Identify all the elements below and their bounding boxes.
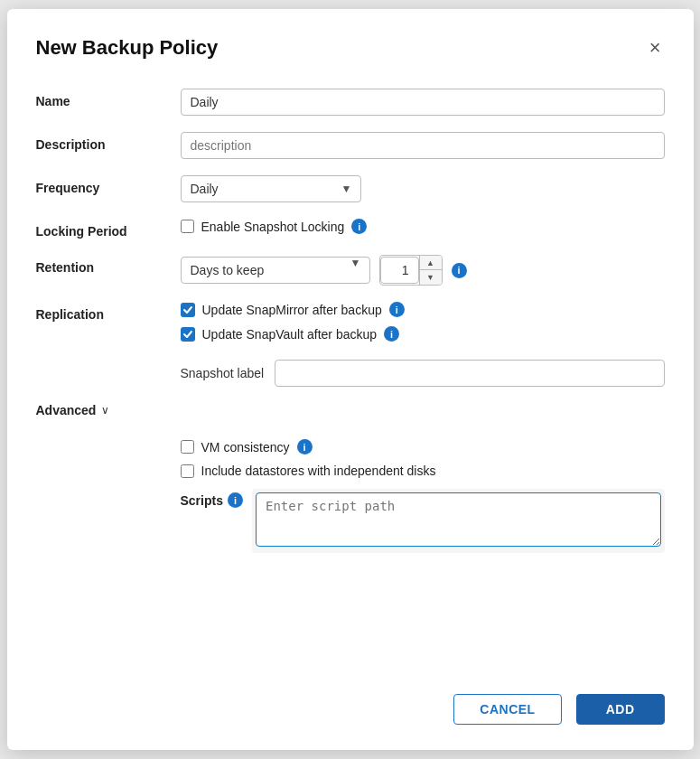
scripts-textarea-wrap [252, 489, 665, 553]
snapshot-label-text: Snapshot label [181, 366, 265, 380]
retention-info-icon[interactable]: i [452, 263, 467, 278]
retention-control: Days to keep Weeks to keep Months to kee… [181, 255, 665, 286]
advanced-content: VM consistency i Include datastores with… [181, 439, 665, 553]
name-control [181, 89, 665, 116]
replication-label: Replication [36, 302, 181, 322]
name-row: Name [36, 89, 665, 116]
include-datastores-label: Include datastores with independent disk… [201, 464, 436, 478]
dialog-footer: CANCEL ADD [7, 672, 694, 750]
retention-select-wrap: Days to keep Weeks to keep Months to kee… [181, 257, 370, 284]
checkmark-icon-2 [182, 329, 193, 340]
snapmirror-row: Update SnapMirror after backup i [181, 302, 665, 317]
locking-checkbox-label: Enable Snapshot Locking [201, 220, 345, 234]
retention-inner: Days to keep Weeks to keep Months to kee… [181, 255, 665, 286]
snapshot-label-input-wrap [275, 360, 664, 387]
frequency-control: Daily Weekly Monthly ▼ [181, 175, 665, 202]
scripts-text: Scripts [181, 493, 223, 508]
spinner-up-button[interactable]: ▲ [420, 256, 442, 270]
advanced-toggle[interactable]: Advanced ∨ [36, 403, 110, 417]
spinner-buttons: ▲ ▼ [419, 256, 442, 285]
snapvault-label: Update SnapVault after backup [202, 327, 378, 342]
dialog-title: New Backup Policy [36, 36, 219, 60]
name-input[interactable] [181, 89, 665, 116]
retention-row: Retention Days to keep Weeks to keep Mon… [36, 255, 665, 286]
frequency-select-wrap: Daily Weekly Monthly ▼ [181, 175, 361, 202]
retention-spinner: ▲ ▼ [379, 255, 443, 286]
name-label: Name [36, 89, 181, 108]
frequency-select[interactable]: Daily Weekly Monthly [181, 175, 361, 202]
snapvault-info-icon[interactable]: i [384, 326, 399, 342]
locking-control: Enable Snapshot Locking i [181, 219, 665, 238]
vm-consistency-checkbox[interactable] [181, 440, 194, 454]
spinner-down-button[interactable]: ▼ [420, 270, 442, 285]
scripts-label: Scripts i [181, 489, 243, 508]
cancel-button[interactable]: CANCEL [453, 694, 561, 725]
dialog-header: New Backup Policy × [7, 9, 694, 80]
vm-consistency-row: VM consistency i [181, 439, 665, 454]
replication-row: Replication Update SnapMirror after back… [36, 302, 665, 387]
advanced-label: Advanced [36, 403, 97, 417]
snapvault-row: Update SnapVault after backup i [181, 326, 665, 342]
description-label: Description [36, 132, 181, 152]
snapvault-checkbox-icon[interactable] [181, 327, 195, 342]
snapmirror-checkbox-icon[interactable] [181, 303, 195, 317]
description-input[interactable] [181, 132, 665, 159]
advanced-chevron-icon: ∨ [101, 404, 109, 417]
description-row: Description [36, 132, 665, 159]
scripts-info-icon[interactable]: i [228, 492, 243, 508]
frequency-label: Frequency [36, 175, 181, 195]
locking-label: Locking Period [36, 219, 181, 239]
retention-label: Retention [36, 255, 181, 275]
scripts-textarea[interactable] [256, 492, 661, 547]
dialog-body: Name Description Frequency Daily Weekly … [7, 80, 694, 672]
replication-section: Update SnapMirror after backup i Update … [181, 302, 665, 387]
description-control [181, 132, 665, 159]
frequency-row: Frequency Daily Weekly Monthly ▼ [36, 175, 665, 202]
scripts-row: Scripts i [181, 489, 665, 553]
snapmirror-info-icon[interactable]: i [389, 302, 405, 317]
advanced-row: Advanced ∨ [36, 403, 665, 430]
locking-info-icon[interactable]: i [351, 219, 367, 234]
include-datastores-row: Include datastores with independent disk… [181, 464, 665, 478]
snapshot-label-input[interactable] [275, 360, 664, 387]
snapmirror-label: Update SnapMirror after backup [202, 303, 382, 317]
new-backup-policy-dialog: New Backup Policy × Name Description Fre… [7, 9, 694, 750]
locking-checkbox[interactable] [181, 220, 194, 233]
include-datastores-checkbox[interactable] [181, 464, 194, 478]
snapshot-label-row: Snapshot label [181, 360, 665, 387]
retention-value-input[interactable] [380, 257, 419, 284]
close-button[interactable]: × [646, 34, 665, 61]
add-button[interactable]: ADD [576, 694, 665, 725]
vm-consistency-label: VM consistency [201, 440, 290, 454]
checkmark-icon [182, 305, 193, 315]
locking-row: Locking Period Enable Snapshot Locking i [36, 219, 665, 239]
replication-control: Update SnapMirror after backup i Update … [181, 302, 665, 387]
retention-select[interactable]: Days to keep Weeks to keep Months to kee… [181, 257, 370, 284]
locking-checkbox-row: Enable Snapshot Locking i [181, 219, 665, 234]
vm-consistency-info-icon[interactable]: i [297, 439, 313, 454]
